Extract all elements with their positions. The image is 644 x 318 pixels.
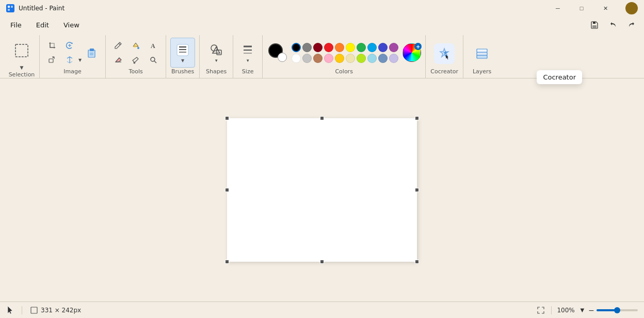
cocreator-group: Cocreator: [426, 35, 463, 78]
svg-text:A: A: [151, 42, 155, 50]
color-orange[interactable]: [335, 43, 344, 52]
handle-bottom-center[interactable]: [320, 260, 324, 264]
brushes-group: ▼ Brushes: [166, 35, 200, 78]
svg-rect-0: [7, 5, 14, 12]
handle-middle-right[interactable]: [415, 188, 419, 192]
status-bar: 331 × 242px 100% ▼ −: [0, 301, 644, 318]
crop-button[interactable]: [44, 39, 60, 52]
layers-label: Layers: [473, 68, 491, 76]
handle-bottom-left[interactable]: [225, 260, 229, 264]
window-title: Untitled - Paint: [19, 5, 542, 12]
user-avatar[interactable]: [625, 2, 638, 14]
layers-button[interactable]: [468, 39, 496, 66]
canvas-dimensions: 331 × 242px: [41, 307, 81, 314]
color-wheel-button[interactable]: +: [403, 43, 421, 62]
color-lime[interactable]: [357, 54, 366, 63]
layers-group: Layers: [463, 35, 501, 78]
tools-label: Tools: [129, 68, 143, 76]
svg-rect-6: [15, 44, 28, 57]
canvas-wrapper: [227, 118, 417, 262]
color-red[interactable]: [324, 43, 333, 52]
color-lavender[interactable]: [389, 54, 398, 63]
color-wheel-plus-icon: +: [414, 43, 422, 50]
selection-label: Selection: [9, 71, 35, 79]
window-controls: ─ □ ✕: [546, 0, 617, 17]
status-right: 100% ▼ −: [535, 304, 638, 316]
resize-button[interactable]: [44, 53, 60, 67]
handle-middle-left[interactable]: [225, 188, 229, 192]
color-brown[interactable]: [313, 54, 323, 63]
color-pink[interactable]: [324, 54, 333, 63]
minimize-button[interactable]: ─: [546, 0, 570, 17]
zoom-slider[interactable]: [597, 309, 638, 311]
text-button[interactable]: A: [145, 39, 162, 52]
fill-button[interactable]: [127, 39, 144, 52]
active-colors: [267, 43, 288, 62]
color-dark-red[interactable]: [313, 43, 323, 52]
color-white[interactable]: [292, 54, 301, 63]
svg-rect-3: [8, 9, 10, 11]
image-group: ▼ Image: [40, 35, 106, 78]
paste-button[interactable]: [83, 38, 101, 68]
size-button[interactable]: ▼: [237, 38, 258, 68]
shapes-button[interactable]: ▼: [204, 38, 229, 68]
zoom-slider-thumb[interactable]: [614, 307, 620, 313]
color-black[interactable]: [292, 43, 301, 52]
svg-rect-29: [477, 55, 487, 58]
color-slate-blue[interactable]: [378, 54, 388, 63]
color-gold[interactable]: [335, 54, 344, 63]
cursor-icon: [6, 305, 13, 316]
svg-line-17: [154, 61, 156, 63]
color-light-gray[interactable]: [302, 54, 312, 63]
cocreator-button[interactable]: [430, 39, 459, 66]
save-button[interactable]: [586, 18, 603, 32]
eraser-button[interactable]: [110, 53, 126, 67]
color-light-blue[interactable]: [367, 43, 377, 52]
undo-button[interactable]: [605, 18, 621, 32]
svg-rect-2: [11, 6, 13, 8]
paint-canvas[interactable]: [227, 118, 417, 262]
title-bar: Untitled - Paint ─ □ ✕: [0, 0, 644, 17]
color-sky-blue[interactable]: [367, 54, 377, 63]
color-purple[interactable]: [389, 43, 398, 52]
zoom-dropdown-arrow[interactable]: ▼: [581, 307, 585, 313]
svg-rect-7: [49, 59, 53, 62]
color-palette: [292, 43, 398, 63]
color-green[interactable]: [357, 43, 366, 52]
cocreator-icon: [434, 43, 455, 64]
handle-top-right[interactable]: [415, 116, 419, 120]
tools-group: A Tools: [106, 35, 166, 78]
color-blue[interactable]: [378, 43, 388, 52]
selection-tool-button[interactable]: [8, 37, 35, 64]
status-separator-2: [551, 306, 552, 314]
canvas-area[interactable]: [0, 78, 644, 301]
selection-dropdown-arrow[interactable]: ▼: [8, 64, 35, 71]
color-row-1: [292, 43, 398, 52]
fullscreen-button[interactable]: [535, 304, 547, 316]
brushes-button[interactable]: ▼: [170, 38, 195, 68]
redo-button[interactable]: [623, 18, 640, 32]
menu-edit[interactable]: Edit: [30, 19, 55, 31]
shapes-label: Shapes: [206, 68, 227, 76]
close-button[interactable]: ✕: [593, 0, 617, 17]
flip-button[interactable]: [61, 53, 78, 67]
pencil-button[interactable]: [110, 39, 126, 52]
eyedropper-button[interactable]: [127, 53, 144, 67]
color-gray[interactable]: [302, 43, 312, 52]
handle-bottom-right[interactable]: [415, 260, 419, 264]
handle-top-left[interactable]: [225, 116, 229, 120]
zoom-minus-button[interactable]: −: [588, 306, 594, 314]
maximize-button[interactable]: □: [570, 0, 593, 17]
handle-top-center[interactable]: [320, 116, 324, 120]
color-yellow[interactable]: [346, 43, 355, 52]
colors-group: + Colors: [263, 35, 426, 78]
secondary-color-swatch[interactable]: [278, 53, 287, 62]
layers-icon: [472, 43, 492, 64]
rotate-button[interactable]: [61, 39, 78, 52]
menu-file[interactable]: File: [4, 19, 28, 31]
magnifier-button[interactable]: [145, 53, 162, 67]
menu-view[interactable]: View: [57, 19, 86, 31]
colors-label: Colors: [335, 68, 352, 76]
svg-point-16: [151, 57, 155, 61]
color-cream[interactable]: [346, 54, 355, 63]
